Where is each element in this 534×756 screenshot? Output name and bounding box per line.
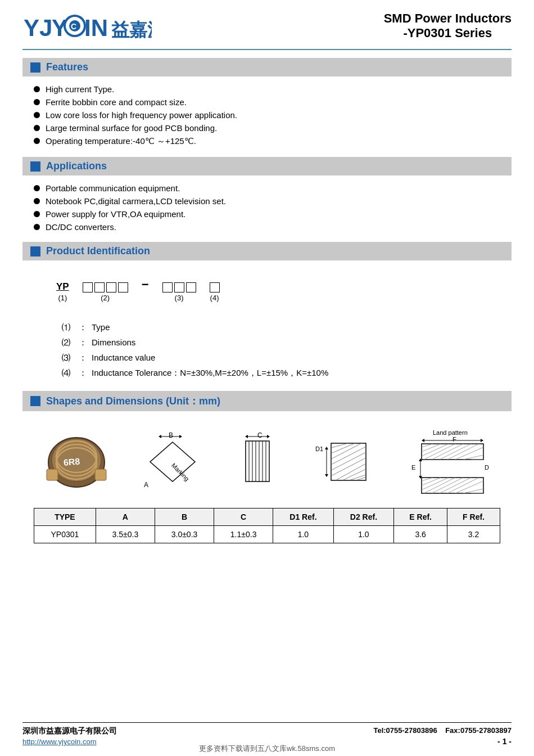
header: Y J Y C IN 益嘉源 SMD Power Inductors -YP03… (22, 11, 512, 50)
svg-text:C: C (71, 22, 76, 31)
b-label-text: B (169, 431, 173, 439)
dimensions-table: TYPE A B C D1 Ref. D2 Ref. E Ref. F Ref.… (34, 508, 500, 543)
footer-company: 深圳市益嘉源电子有限公司 (22, 726, 117, 736)
diagram-box (83, 282, 93, 292)
list-item: Low core loss for high frequency power a… (34, 110, 512, 120)
bullet-dot (34, 125, 40, 131)
svg-marker-46 (481, 439, 483, 442)
table-row: YP0301 3.5±0.3 3.0±0.3 1.1±0.3 1.0 1.0 3… (34, 526, 500, 543)
svg-text:IN: IN (84, 15, 108, 41)
watermark-bar: 更多资料下载请到五八文库wk.58sms.com (0, 741, 534, 756)
bullet-dot (34, 86, 40, 92)
title-area: SMD Power Inductors -YP0301 Series (384, 11, 512, 40)
logo-area: Y J Y C IN 益嘉源 (22, 11, 152, 42)
title-main: SMD Power Inductors (384, 11, 512, 26)
td-c: 1.1±0.3 (214, 526, 273, 543)
diagram-part-2: (2) (83, 282, 128, 302)
marking-label-text: Marking (170, 462, 190, 482)
bullet-dot (34, 185, 40, 191)
diagram-part-3: (3) (162, 282, 196, 302)
bullet-dot (34, 138, 40, 144)
svg-text:Y: Y (24, 15, 39, 41)
bullet-dot (34, 112, 40, 118)
td-type: YP0301 (34, 526, 96, 543)
list-item: Power supply for VTR,OA equipment. (34, 209, 512, 219)
list-item: Large terminal surface for good PCB bond… (34, 123, 512, 133)
th-c: C (214, 508, 273, 526)
product-id-title: Product Identification (46, 245, 150, 257)
applications-title: Applications (46, 160, 107, 172)
shapes-section: 6R8 B Marking (22, 417, 512, 549)
product-id-legend: ⑴ ： Type ⑵ ： Dimensions ⑶ ： Inductance v… (22, 317, 512, 389)
product-id-diagram: YP (1) (2) − (22, 266, 512, 317)
diagram-num-4: (4) (210, 294, 219, 302)
td-b: 3.0±0.3 (155, 526, 214, 543)
diagram-box (106, 282, 116, 292)
applications-list: Portable communication equipment. Notebo… (22, 181, 512, 240)
list-item: Operating temperature:-40℃ ～+125℃. (34, 136, 512, 147)
th-d1: D1 Ref. (273, 508, 334, 526)
diagram-box (118, 282, 128, 292)
inductor-drawing: 6R8 (46, 435, 107, 489)
th-a: A (96, 508, 155, 526)
bullet-dot (34, 224, 40, 230)
svg-marker-18 (179, 435, 182, 438)
diagram-dash: − (142, 277, 149, 302)
svg-text:益嘉源: 益嘉源 (111, 20, 152, 40)
diagram-num-3: (3) (175, 294, 184, 302)
legend-num: ⑵ (62, 338, 79, 348)
inductor-label-text: 6R8 (63, 456, 80, 467)
shapes-title: Shapes and Dimensions (Unit：mm) (46, 394, 220, 408)
diamond-svg: B Marking A (136, 431, 209, 493)
th-e: E Ref. (394, 508, 447, 526)
shapes-header: Shapes and Dimensions (Unit：mm) (22, 391, 512, 411)
legend-colon: ： (79, 338, 87, 348)
diagram-box (186, 282, 196, 292)
logo-svg: Y J Y C IN 益嘉源 (22, 11, 152, 42)
side-view-drawing: C (238, 431, 286, 493)
e-label-text: E (411, 464, 415, 471)
td-f: 3.2 (447, 526, 500, 543)
inductor-svg: 6R8 (46, 435, 107, 489)
features-icon (30, 62, 40, 73)
list-item: High current Type. (34, 84, 512, 94)
th-f: F Ref. (447, 508, 500, 526)
diagram-num-2: (2) (101, 294, 110, 302)
land-pattern-svg: Land pattern F (399, 428, 489, 496)
features-list: High current Type. Ferrite bobbin core a… (22, 82, 512, 155)
svg-text:J: J (39, 15, 52, 41)
shapes-diagrams: 6R8 B Marking (34, 422, 500, 505)
list-item: Notebook PC,digital carmera,LCD televisi… (34, 196, 512, 206)
svg-marker-22 (267, 435, 270, 438)
svg-marker-32 (325, 474, 328, 477)
diagram-part-1: YP (1) (56, 281, 69, 302)
diagram-box (210, 282, 220, 292)
bullet-dot (34, 99, 40, 105)
svg-marker-31 (325, 447, 328, 449)
land-pattern-label-text: Land pattern (433, 429, 468, 436)
table-header-row: TYPE A B C D1 Ref. D2 Ref. E Ref. F Ref. (34, 508, 500, 526)
f-label-text: F (452, 436, 456, 443)
land-pattern-drawing: Land pattern F (399, 428, 489, 496)
bullet-dot (34, 198, 40, 204)
list-item: Ferrite bobbin core and compact size. (34, 97, 512, 107)
td-a: 3.5±0.3 (96, 526, 155, 543)
td-d2: 1.0 (333, 526, 394, 543)
svg-rect-15 (95, 469, 106, 480)
features-header: Features (22, 58, 512, 76)
legend-item: ⑵ ： Dimensions (62, 338, 489, 348)
shapes-icon (30, 396, 40, 406)
product-id-icon (30, 246, 40, 256)
bullet-dot (34, 211, 40, 217)
th-type: TYPE (34, 508, 96, 526)
diamond-drawing: B Marking A (136, 431, 209, 493)
legend-item: ⑷ ： Inductance Tolerance：N=±30%,M=±20%，L… (62, 368, 489, 379)
td-d1: 1.0 (273, 526, 334, 543)
diagram-yp-label: YP (56, 281, 69, 292)
list-item: DC/DC converters. (34, 222, 512, 232)
c-label-text: C (257, 431, 263, 439)
a-label-text: A (144, 481, 148, 489)
diagram-num-1: (1) (58, 294, 67, 302)
svg-marker-17 (159, 435, 161, 438)
th-d2: D2 Ref. (333, 508, 394, 526)
